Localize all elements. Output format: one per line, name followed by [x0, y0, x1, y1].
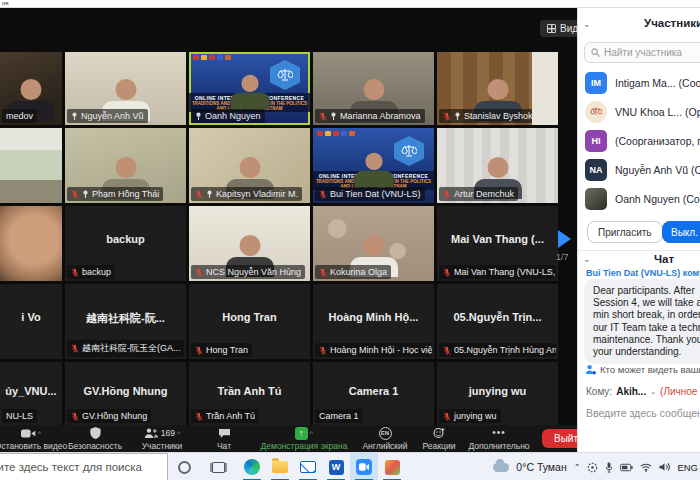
chevron-down-icon[interactable]: ⌄: [650, 388, 656, 396]
participant-name-tag: Phạm Hồng Thái: [67, 187, 163, 201]
video-tile[interactable]: [0, 206, 62, 281]
video-tile[interactable]: NCS Nguyễn Văn Hùng: [189, 206, 310, 281]
participant-name-tag: 越南社科院-阮玉全(GA...: [67, 340, 184, 357]
video-tile[interactable]: Trần Anh Tú Trần Anh Tú: [189, 362, 310, 425]
taskbar-search-input[interactable]: Введите здесь текст для поиска: [0, 453, 168, 480]
page-indicator: 1/7: [556, 252, 569, 262]
weather-cloud-icon: [493, 463, 509, 472]
video-tile[interactable]: 05.Nguyễn Trịn... 05.Nguyễn Trịnh Hùng A…: [437, 284, 558, 359]
invite-button[interactable]: Пригласить: [587, 221, 663, 243]
chevron-up-icon[interactable]: ^: [38, 430, 41, 437]
view-button[interactable]: Вид: [540, 20, 577, 37]
tile-center-name: Hong Tran: [189, 311, 310, 323]
share-screen-button[interactable]: ↑ ^ Демонстрация экрана: [252, 425, 356, 452]
tray-chevron-up-icon[interactable]: ⌃: [574, 463, 581, 472]
view-button-label: Вид: [560, 23, 577, 34]
tray-mic-icon[interactable]: [605, 462, 613, 473]
reactions-button[interactable]: Реакции: [414, 425, 464, 452]
desktop-top-strip: ия: [0, 0, 700, 8]
participant-name-tag: NCS Nguyễn Văn Hùng: [191, 265, 305, 279]
security-button[interactable]: Безопасность: [62, 425, 128, 452]
video-tile[interactable]: Marianna Abramova: [313, 52, 434, 125]
mic-muted-icon: [195, 268, 203, 277]
tile-center-name: GV.Hồng Nhung: [65, 385, 186, 397]
chevron-up-icon[interactable]: ^: [310, 430, 313, 437]
collapse-participants-icon[interactable]: ⌄: [583, 19, 591, 29]
paint-app-icon[interactable]: [378, 453, 406, 480]
participant-row[interactable]: VNU Khoa L... (Организатор): [585, 101, 700, 123]
file-explorer-icon[interactable]: [266, 453, 294, 480]
weather-text[interactable]: 0°C Туман: [516, 461, 566, 473]
video-tile[interactable]: ONLINE INTERNATIONAL CONFERENCE TRADITIO…: [189, 52, 310, 125]
edge-icon[interactable]: [238, 453, 266, 480]
mic-muted-icon: [195, 190, 203, 199]
video-tile[interactable]: 越南社科院-阮... 越南社科院-阮玉全(GA...: [65, 284, 186, 359]
video-tile[interactable]: GV.Hồng Nhung GV.Hồng Nhung: [65, 362, 186, 425]
participant-row[interactable]: NA Nguyễn Anh Vũ (Соорганизатор): [585, 159, 700, 181]
participant-silhouette: [349, 153, 398, 187]
tray-battery-icon[interactable]: [620, 463, 633, 472]
tray-wifi-icon[interactable]: [640, 463, 652, 472]
pin-icon: [454, 112, 461, 120]
mail-icon[interactable]: [294, 453, 322, 480]
tray-cast-icon[interactable]: [587, 462, 598, 473]
video-tile[interactable]: i Vo: [0, 284, 62, 359]
video-tile[interactable]: Hong Tran Hong Tran: [189, 284, 310, 359]
word-icon[interactable]: W: [322, 453, 350, 480]
collapse-chat-icon[interactable]: ⌄: [583, 254, 591, 264]
participant-name-tag: Mai Van Thang (VNU-LS,: [439, 265, 556, 279]
video-tile[interactable]: Artur Demchuk: [437, 128, 558, 203]
participant-name-tag: Nguyễn Anh Vũ: [67, 109, 148, 123]
video-tile[interactable]: Nguyễn Anh Vũ: [65, 52, 186, 125]
participant-search-input[interactable]: Найти участника: [584, 42, 700, 63]
flags-icons: [317, 131, 355, 136]
chat-header: Чат: [654, 253, 674, 265]
more-button[interactable]: ••• Дополнительно: [464, 425, 534, 452]
cortana-icon[interactable]: [170, 453, 198, 480]
participant-name-tag: Artur Demchuk: [439, 187, 518, 201]
zoom-app-icon[interactable]: [350, 453, 378, 480]
mic-muted-icon: [195, 412, 203, 421]
tile-center-name: Camera 1: [313, 385, 434, 397]
video-tile[interactable]: Kapitsyn Vladimir M.: [189, 128, 310, 203]
video-tile[interactable]: Kokurina Olga: [313, 206, 434, 281]
participant-name-tag: Trần Anh Tú: [191, 409, 259, 423]
tray-volume-icon[interactable]: [659, 462, 670, 472]
mute-all-button[interactable]: Выкл. весь звук: [662, 221, 700, 243]
windows-taskbar: Введите здесь текст для поиска W 0°C Тум…: [0, 452, 700, 480]
video-tile[interactable]: medov: [0, 52, 62, 125]
next-page-arrow[interactable]: [558, 230, 571, 248]
leave-button[interactable]: Выйти: [542, 429, 577, 448]
video-tile[interactable]: ủy_VNU... NU-LS: [0, 362, 62, 425]
chat-icon: [218, 428, 231, 439]
chevron-up-icon[interactable]: ^: [177, 430, 180, 437]
participants-icon: [144, 428, 159, 439]
avatar-emblem-icon: [585, 101, 607, 123]
flags-icons: [193, 55, 231, 60]
chat-button[interactable]: Чат: [196, 425, 252, 452]
participants-button[interactable]: 169 ^ Участники: [128, 425, 196, 452]
video-tile[interactable]: Hoàng Minh Hộ... Hoàng Minh Hội - Học vi…: [313, 284, 434, 359]
participant-row[interactable]: HI (Соорганизатор, переводчик): [585, 130, 700, 152]
mic-muted-icon: [443, 268, 451, 277]
video-tile[interactable]: Stanislav Byshok: [437, 52, 558, 125]
language-indicator[interactable]: ENG: [677, 462, 698, 473]
participant-row[interactable]: IM Intigam Ma... (Соорганизатор): [585, 72, 700, 94]
interpretation-button[interactable]: EN Английский: [356, 425, 414, 452]
divider: [578, 250, 700, 251]
video-tile[interactable]: ONLINE INTERNATIONAL CONFERENCE TRADITIO…: [313, 128, 434, 203]
video-tile[interactable]: Mai Van Thang (... Mai Van Thang (VNU-LS…: [437, 206, 558, 281]
stop-video-button[interactable]: ^ Остановить видео: [0, 425, 62, 452]
participant-row[interactable]: Oanh Nguyen (Соорганизатор): [585, 188, 700, 210]
shield-icon: [90, 427, 101, 439]
video-tile[interactable]: [0, 128, 62, 203]
recipient-dropdown[interactable]: Akih...: [616, 386, 646, 397]
video-tile[interactable]: backup backup: [65, 206, 186, 281]
video-tile[interactable]: junying wu junying wu: [437, 362, 558, 425]
chat-privacy-note[interactable]: Кто может видеть ваши сообщения?: [585, 364, 700, 375]
chat-input[interactable]: Введите здесь сообщение...: [586, 407, 700, 419]
video-tile[interactable]: Camera 1 Camera 1: [313, 362, 434, 425]
avatar: HI: [585, 130, 607, 152]
video-tile[interactable]: Phạm Hồng Thái: [65, 128, 186, 203]
task-view-icon[interactable]: [204, 453, 232, 480]
